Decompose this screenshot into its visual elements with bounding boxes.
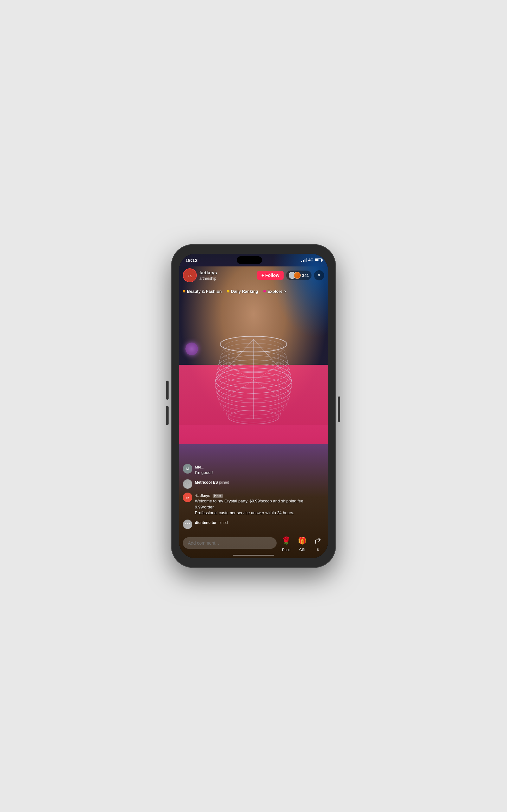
rose-label: Rose [282, 548, 290, 552]
join-text-2: dienteneitor joined [195, 520, 228, 525]
comment-input[interactable] [183, 537, 277, 549]
phone-screen: 19:12 4G [179, 254, 328, 558]
status-bar: 19:12 4G [179, 254, 328, 266]
signal-bar-1 [301, 261, 302, 262]
gift-button[interactable]: 🎁 Gift [296, 535, 308, 552]
comment-item: M Mie... I'm good!! [183, 464, 305, 475]
viewer-avatar-list [289, 272, 301, 279]
spinner-icon: 〰 [183, 479, 192, 489]
share-button[interactable]: 6 [312, 535, 324, 552]
explore-dot [263, 290, 266, 293]
signal-bar-4 [306, 258, 307, 262]
viewer-count: 341 [302, 273, 309, 278]
host-comment: FK -fadkeys Host Welcome to my Crystal p… [183, 493, 305, 516]
gift-label: Gift [299, 548, 304, 552]
crystal-orb [185, 343, 198, 355]
join-text-1: Metricool ES joined [195, 480, 229, 485]
power-button[interactable] [338, 397, 340, 422]
beauty-dot [183, 290, 185, 293]
status-icons: 4G [301, 258, 322, 262]
notch [237, 256, 262, 264]
host-name: -fadkeys Host [195, 494, 223, 498]
comments-section: M Mie... I'm good!! 〰 Metricool ES joine… [179, 464, 309, 533]
follow-button[interactable]: + Follow [257, 271, 284, 280]
spinner-icon-2: 〰 [183, 520, 192, 529]
svg-text:FK: FK [186, 496, 189, 499]
svg-text:M: M [186, 467, 189, 471]
viewers-badge: 341 [286, 270, 312, 280]
commenter-avatar-1: M [183, 464, 192, 473]
viewer-avatar-2 [294, 272, 301, 279]
home-indicator[interactable] [233, 555, 274, 556]
host-username: fadkeys [199, 270, 255, 275]
host-avatar[interactable]: FK [183, 268, 197, 282]
partnership-label: artnership [199, 276, 216, 281]
battery-fill [315, 259, 319, 261]
svg-text:FK: FK [187, 274, 192, 278]
comment-content-1: Mie... I'm good!! [195, 464, 305, 475]
join-content-2: dienteneitor joined [195, 519, 305, 525]
joiner-avatar-2: 〰 [183, 519, 192, 529]
time-display: 19:12 [185, 258, 198, 263]
share-icon [312, 535, 324, 547]
join-notification-1: 〰 Metricool ES joined [183, 479, 305, 489]
beauty-fashion-category[interactable]: Beauty & Fashion [183, 289, 222, 294]
joiner-avatar-1: 〰 [183, 479, 192, 489]
signal-strength [301, 258, 307, 262]
daily-ranking-category[interactable]: Daily Ranking [227, 289, 258, 294]
wire-basket [212, 336, 295, 425]
svg-line-15 [216, 339, 253, 380]
host-comment-text: Welcome to my Crystal party. $9.99/scoop… [195, 498, 305, 516]
daily-ranking-label: Daily Ranking [231, 289, 258, 294]
joiner-name-2: dienteneitor [195, 520, 217, 525]
join-notification-2: 〰 dienteneitor joined [183, 519, 305, 529]
network-label: 4G [308, 258, 314, 262]
battery-indicator [315, 258, 322, 262]
host-badge: Host [213, 494, 223, 498]
comment-text-1: I'm good!! [195, 470, 305, 475]
host-info: fadkeys artnership [199, 270, 255, 281]
host-comment-avatar: FK [183, 493, 192, 502]
phone-frame: 19:12 4G [171, 244, 336, 568]
live-header: FK fadkeys artnership + Follow 341 × [179, 266, 328, 285]
avatar-image: FK [183, 269, 196, 282]
host-comment-content: -fadkeys Host Welcome to my Crystal part… [195, 493, 305, 516]
commenter-name-1: Mie... [195, 465, 205, 469]
explore-category[interactable]: Explore > [263, 289, 286, 294]
rose-icon: 🌹 [280, 535, 292, 547]
share-count: 6 [317, 548, 319, 552]
joiner-name-1: Metricool ES [195, 480, 218, 485]
explore-label: Explore > [268, 289, 286, 294]
svg-line-16 [253, 339, 291, 380]
close-button[interactable]: × [314, 270, 324, 281]
bottom-action-bar: 🌹 Rose 🎁 Gift 6 [179, 534, 328, 552]
category-bar: Beauty & Fashion Daily Ranking Explore > [179, 286, 328, 297]
rose-button[interactable]: 🌹 Rose [280, 535, 292, 552]
signal-bar-2 [303, 260, 304, 262]
gift-icon: 🎁 [296, 535, 308, 547]
signal-bar-3 [304, 259, 305, 262]
join-content-1: Metricool ES joined [195, 479, 305, 485]
beauty-fashion-label: Beauty & Fashion [187, 289, 222, 294]
ranking-dot [227, 290, 229, 293]
